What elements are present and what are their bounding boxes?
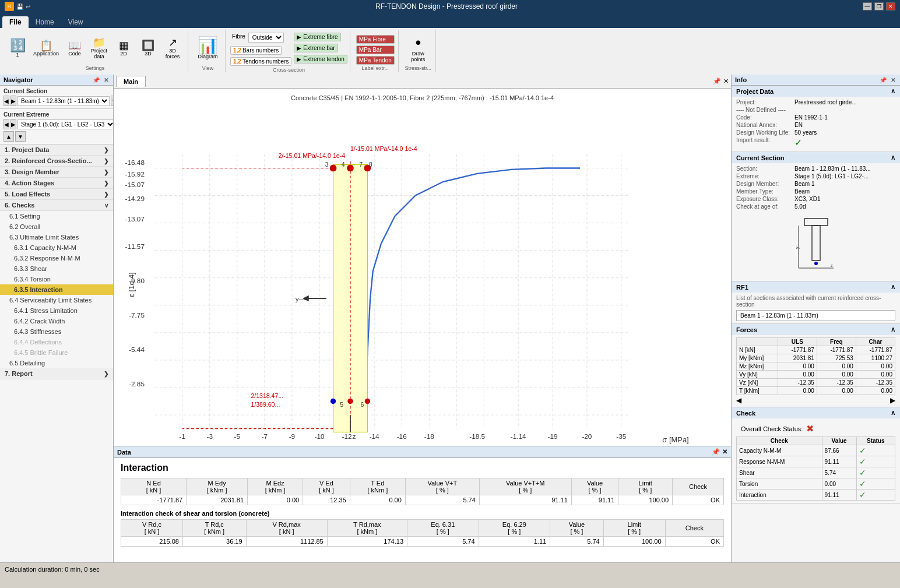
mpa-tendon-btn[interactable]: MPa Tendon xyxy=(356,56,395,65)
minimize-btn[interactable]: — xyxy=(863,2,872,10)
navigator-close-btn[interactable]: ✕ xyxy=(103,77,110,83)
extreme-fibre-btn[interactable]: ▶ Extreme fibre xyxy=(294,33,340,41)
nav-item-rcs[interactable]: 2. Reinforced Cross-Sectio... ❯ xyxy=(0,156,113,167)
draw-points-btn[interactable]: • Drawpoints xyxy=(406,33,430,64)
view-2d-btn[interactable]: ▦ 2D xyxy=(112,38,135,58)
nav-item-action-stages[interactable]: 4. Action Stages ❯ xyxy=(0,178,113,189)
check-age-value: 5.0d xyxy=(794,203,806,210)
cell-medy: 2031.81 xyxy=(187,495,248,505)
interaction-title: Interaction xyxy=(121,463,724,473)
info-current-section-header[interactable]: Current Section ∧ xyxy=(732,152,900,163)
nav-item-load-effects[interactable]: 5. Load Effects ❯ xyxy=(0,189,113,200)
cell-eq631: 5.74 xyxy=(407,537,479,547)
extreme-up-btn[interactable]: ▲ xyxy=(3,131,14,142)
data-panel-close[interactable]: ✕ xyxy=(722,448,727,456)
project-data-header[interactable]: Project Data ∧ xyxy=(732,86,900,97)
forces-header[interactable]: Forces ∧ xyxy=(732,324,900,335)
navigator-tree: 1. Project Data ❯ 2. Reinforced Cross-Se… xyxy=(0,145,113,562)
svg-text:-10: -10 xyxy=(315,432,325,440)
svg-text:7: 7 xyxy=(359,161,363,168)
cell-chk: OK xyxy=(673,495,724,505)
svg-point-63 xyxy=(365,399,370,404)
info-pin-btn[interactable]: 📌 xyxy=(878,77,888,83)
tab-home[interactable]: Home xyxy=(29,16,61,28)
svg-text:-16: -16 xyxy=(397,432,407,440)
check-capacity-value: 87.66 xyxy=(822,445,856,456)
info-close-btn[interactable]: ✕ xyxy=(890,77,897,83)
tab-close-icon[interactable]: ✕ xyxy=(723,78,729,85)
section-next-btn[interactable]: ▶ xyxy=(10,96,16,106)
extreme-tendon-btn[interactable]: ▶ Extreme tendon xyxy=(294,55,347,64)
code-btn[interactable]: 📖 Code xyxy=(63,38,86,58)
view-3dforces-btn[interactable]: ↗ 3Dforces xyxy=(161,36,184,61)
forces-table: ULS Freq Char N [kN] -1771.87 -1771.87 -… xyxy=(736,337,895,395)
nav-item-design-member[interactable]: 3. Design Member ❯ xyxy=(0,167,113,178)
tendons-numbers-btn[interactable]: 1,2 Tendons numbers xyxy=(230,57,291,66)
application-btn[interactable]: 📋 Application xyxy=(30,38,62,58)
rf1-title: RF1 xyxy=(736,284,748,291)
nav-item-response[interactable]: 6.3.2 Response N-M-M xyxy=(0,253,113,263)
nav-item-capacity[interactable]: 6.3.1 Capacity N-M-M xyxy=(0,242,113,253)
cell-eq629: 1.11 xyxy=(479,537,550,547)
quick-access-undo[interactable]: ↩ xyxy=(26,3,30,10)
nav-item-detailing[interactable]: 6.5 Detailing xyxy=(0,358,113,368)
navigator-header: Navigator 📌 ✕ xyxy=(0,75,113,86)
forces-t-freq: 0.00 xyxy=(817,387,856,395)
data-panel-pin[interactable]: 📌 xyxy=(712,448,720,456)
mpa-bar-btn[interactable]: MPa Bar xyxy=(356,45,395,54)
project-data-btn[interactable]: 📁 Projectdata xyxy=(87,36,111,61)
diagram-btn[interactable]: 📊 Diagram xyxy=(195,36,221,61)
nav-item-report[interactable]: 7. Report ❯ xyxy=(0,368,113,379)
tab-pin-icon[interactable]: 📌 xyxy=(713,78,721,85)
tab-view[interactable]: View xyxy=(61,16,90,28)
rf1-header[interactable]: RF1 ∧ xyxy=(732,281,900,293)
extreme-prev-btn[interactable]: ◀ xyxy=(3,119,9,129)
nav-item-crack-width[interactable]: 6.4.2 Crack Width xyxy=(0,316,113,326)
extreme-next-btn[interactable]: ▶ xyxy=(10,119,16,129)
nav-item-project-data[interactable]: 1. Project Data ❯ xyxy=(0,145,113,156)
window-title: RF-TENDON Design - Prestressed roof gird… xyxy=(30,2,863,10)
nav-item-interaction[interactable]: 6.3.5 Interaction xyxy=(0,284,113,295)
tab-main[interactable]: Main xyxy=(116,76,146,87)
nav-item-uls[interactable]: 6.3 Ultimate Limit States xyxy=(0,232,113,242)
navigator-pin-btn[interactable]: 📌 xyxy=(92,77,101,83)
extreme-down-btn[interactable]: ▼ xyxy=(15,131,26,142)
nav-item-overall[interactable]: 6.2 Overall xyxy=(0,221,113,232)
col-eq629: Eq. 6.29[ % ] xyxy=(479,520,550,537)
current-section-select[interactable]: Beam 1 - 12.83m (1 - 11.83m) xyxy=(17,96,110,106)
current-extreme-select[interactable]: Stage 1 (5.0d): LG1 - LG2 - LG3 xyxy=(17,119,114,129)
check-interaction-status: ✓ xyxy=(856,490,895,501)
chevron-icon-2: ❯ xyxy=(104,158,108,164)
data-panel-actions: 📌 ✕ xyxy=(712,448,727,456)
nav-item-checks[interactable]: 6. Checks ∨ xyxy=(0,200,113,211)
nav-item-stiffnesses[interactable]: 6.4.3 Stiffnesses xyxy=(0,326,113,337)
units-btn[interactable]: 🔢 1 xyxy=(6,37,29,59)
svg-text:-14: -14 xyxy=(370,432,379,440)
forces-scroll-right[interactable]: ▶ xyxy=(890,396,895,404)
forces-vz-char: -12.35 xyxy=(856,379,895,387)
cell-vrdc: 215.08 xyxy=(121,537,183,547)
mpa-fibre-btn[interactable]: MPa Fibre xyxy=(356,35,395,44)
nav-item-shear[interactable]: 6.3.3 Shear xyxy=(0,263,113,274)
close-btn[interactable]: ✕ xyxy=(886,2,895,10)
nav-item-torsion[interactable]: 6.3.4 Torsion xyxy=(0,274,113,284)
nav-item-sls[interactable]: 6.4 Serviceabilty Limit States xyxy=(0,295,113,305)
forces-scroll-left[interactable]: ◀ xyxy=(736,396,741,404)
extreme-bar-btn[interactable]: ▶ Extreme bar xyxy=(294,44,338,52)
tab-file[interactable]: File xyxy=(2,16,29,28)
section-prev-btn[interactable]: ◀ xyxy=(3,96,9,106)
ribbon-content: 🔢 1 📋 Application 📖 Code 📁 Projectdata ▦… xyxy=(0,28,900,75)
nav-item-setting[interactable]: 6.1 Setting xyxy=(0,211,113,221)
forces-row-vz: Vz [kN] -12.35 -12.35 -12.35 xyxy=(737,379,895,387)
fibre-select[interactable]: Outside xyxy=(248,33,284,43)
workinglife-value: 50 years xyxy=(794,129,817,136)
bars-numbers-btn[interactable]: 1,2 Bars numbers xyxy=(230,46,282,55)
svg-text:-20: -20 xyxy=(582,432,592,440)
info-panel-actions: 📌 ✕ xyxy=(878,77,897,83)
view-3d-btn[interactable]: 🔲 3D xyxy=(136,38,160,58)
check-header[interactable]: Check ∧ xyxy=(732,407,900,418)
restore-btn[interactable]: ❐ xyxy=(874,2,884,10)
nav-item-stress-lim[interactable]: 6.4.1 Stress Limitation xyxy=(0,305,113,316)
quick-access-save[interactable]: 💾 xyxy=(16,3,23,10)
current-extreme-area: Current Extreme ◀ ▶ Stage 1 (5.0d): LG1 … xyxy=(0,109,113,145)
